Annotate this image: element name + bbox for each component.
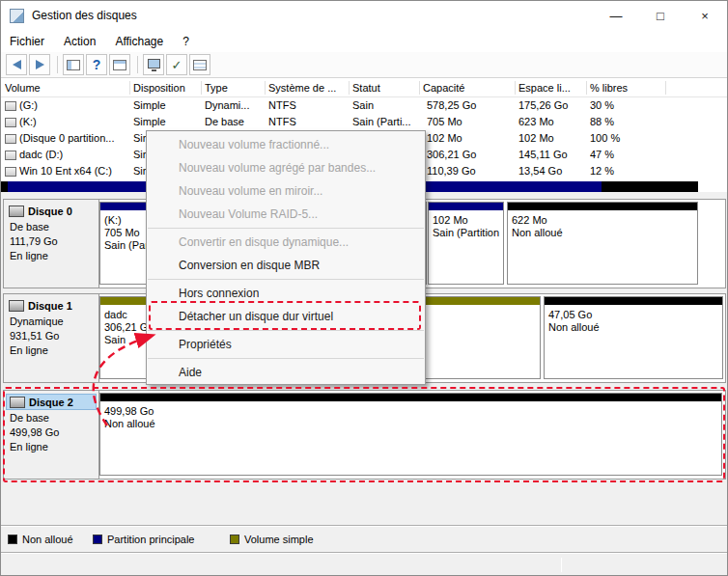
- partition-type-strip: [508, 203, 697, 210]
- details-icon: [193, 60, 207, 70]
- legend-label: Non alloué: [22, 534, 73, 545]
- disk-icon: [10, 397, 25, 408]
- menu-item-nouveau-volume-agrege: Nouveau volume agrégé par bandes...: [147, 156, 425, 179]
- disk1-header[interactable]: Disque 1 Dynamique 931,51 Go En ligne: [4, 294, 99, 382]
- cell-libres: 100 %: [590, 130, 663, 147]
- menu-item-detacher-disque-virtuel[interactable]: Détacher un disque dur virtuel: [147, 305, 425, 328]
- menu-bar: Fichier Action Affichage ?: [1, 31, 727, 52]
- cell-statut: Sain: [352, 97, 419, 114]
- volume-row-g[interactable]: (G:) Simple Dynami... NTFS Sain 578,25 G…: [1, 97, 727, 114]
- disk0-header[interactable]: Disque 0 De base 111,79 Go En ligne: [4, 200, 99, 288]
- cell-espace: 175,26 Go: [518, 97, 586, 114]
- column-header-type[interactable]: Type: [205, 78, 263, 97]
- partition-size: 499,98 Go: [100, 405, 721, 418]
- partition-type-strip: [100, 394, 721, 401]
- cell-volume: (Disque 0 partition...: [19, 130, 129, 147]
- disk2-header[interactable]: Disque 2 De base 499,98 Go En ligne: [4, 391, 99, 479]
- legend-item-unallocated: Non alloué: [8, 534, 73, 545]
- menu-aide[interactable]: ?: [173, 31, 199, 52]
- status-bar: [1, 552, 727, 576]
- column-header-systeme[interactable]: Système de ...: [268, 78, 347, 97]
- cell-capacite: 705 Mo: [427, 114, 515, 130]
- toolbar: ? ✓: [1, 52, 727, 78]
- volume-icon: [5, 167, 16, 177]
- disk2-partition-area: 499,98 Go Non alloué: [99, 391, 725, 479]
- forward-button[interactable]: [29, 54, 50, 75]
- title-bar: Gestion des disques — □ ×: [1, 1, 727, 31]
- menu-separator: [148, 228, 424, 229]
- column-header-statut[interactable]: Statut: [352, 78, 419, 97]
- legend-bar: Non alloué Partition principale Volume s…: [1, 525, 727, 552]
- minimize-button[interactable]: —: [594, 1, 638, 31]
- cell-systeme: NTFS: [268, 114, 347, 130]
- cell-libres: 47 %: [590, 147, 663, 163]
- help-button[interactable]: ?: [86, 54, 107, 75]
- disk-row-2: Disque 2 De base 499,98 Go En ligne 499,…: [3, 390, 726, 480]
- column-header-libres[interactable]: % libres: [590, 78, 663, 97]
- volume-icon: [5, 151, 16, 160]
- disk-status: En ligne: [10, 343, 98, 358]
- action-pane-icon: [113, 60, 126, 70]
- partition-box-unallocated-500go[interactable]: 499,98 Go Non alloué: [99, 393, 722, 476]
- close-button[interactable]: ×: [683, 1, 727, 31]
- menu-separator: [148, 330, 424, 331]
- toolbar-separator: [57, 56, 58, 73]
- console-tree-icon: [67, 60, 80, 70]
- computer-icon: [148, 59, 160, 69]
- disk-name: Disque 0: [28, 206, 72, 217]
- check-disk-button[interactable]: ✓: [166, 54, 187, 75]
- legend-swatch-unallocated: [8, 535, 17, 544]
- cell-volume: (K:): [19, 114, 129, 130]
- menu-item-proprietes[interactable]: Propriétés: [147, 333, 425, 356]
- disk2-selected-title: Disque 2: [6, 394, 97, 410]
- volume-icon: [5, 101, 16, 111]
- volume-row-k[interactable]: (K:) Simple De base NTFS Sain (Parti... …: [1, 114, 727, 130]
- partition-type-strip: [429, 203, 503, 210]
- volume-icon: [5, 134, 16, 144]
- action-pane-button[interactable]: [109, 54, 130, 75]
- cell-type: De base: [205, 114, 263, 130]
- disk-management-window: Gestion des disques — □ × Fichier Action…: [0, 0, 728, 576]
- menu-item-conversion-disque-mbr[interactable]: Conversion en disque MBR: [147, 254, 425, 277]
- legend-item-simple-volume: Volume simple: [230, 534, 314, 545]
- disk-name: Disque 1: [28, 300, 72, 312]
- disk-status: En ligne: [10, 440, 98, 454]
- partition-box-102mo[interactable]: 102 Mo Sain (Partition: [428, 202, 504, 285]
- disk-type: De base: [10, 220, 98, 234]
- menu-fichier[interactable]: Fichier: [1, 31, 54, 52]
- cell-capacite: 306,21 Go: [427, 147, 515, 163]
- menu-item-hors-connexion[interactable]: Hors connexion: [147, 282, 425, 305]
- menu-affichage[interactable]: Affichage: [105, 31, 173, 52]
- console-tree-button[interactable]: [63, 54, 84, 75]
- menu-separator: [148, 279, 424, 280]
- computer-button[interactable]: [143, 54, 164, 75]
- disk-status: En ligne: [10, 249, 98, 263]
- disk-type: De base: [10, 411, 98, 425]
- column-header-capacite[interactable]: Capacité: [423, 78, 511, 97]
- cell-disposition: Simple: [133, 114, 197, 130]
- cell-espace: 102 Mo: [518, 130, 586, 147]
- menu-item-nouveau-volume-fractionne: Nouveau volume fractionné...: [147, 133, 425, 156]
- toolbar-separator: [137, 56, 138, 73]
- menu-item-aide[interactable]: Aide: [147, 361, 425, 384]
- disk-icon: [9, 300, 24, 312]
- partition-box-unallocated-622mo[interactable]: 622 Mo Non alloué: [507, 202, 698, 285]
- cell-libres: 12 %: [590, 163, 663, 179]
- legend-label: Partition principale: [107, 534, 195, 545]
- maximize-button[interactable]: □: [638, 1, 683, 31]
- cell-libres: 88 %: [590, 114, 663, 130]
- help-icon: ?: [93, 58, 101, 71]
- app-icon: [10, 9, 24, 23]
- menu-action[interactable]: Action: [54, 31, 105, 52]
- partition-type-strip: [545, 297, 722, 305]
- cell-statut: Sain (Parti...: [352, 114, 419, 130]
- back-button[interactable]: [6, 54, 27, 75]
- menu-separator: [148, 358, 424, 359]
- column-header-disposition[interactable]: Disposition: [133, 78, 197, 97]
- partition-box-unallocated-47go[interactable]: 47,05 Go Non alloué: [544, 296, 723, 379]
- details-view-button[interactable]: [189, 54, 210, 75]
- column-header-espace[interactable]: Espace li...: [518, 78, 586, 97]
- back-icon: [13, 60, 21, 69]
- column-header-volume[interactable]: Volume: [5, 78, 115, 97]
- cell-volume: dadc (D:): [19, 147, 129, 163]
